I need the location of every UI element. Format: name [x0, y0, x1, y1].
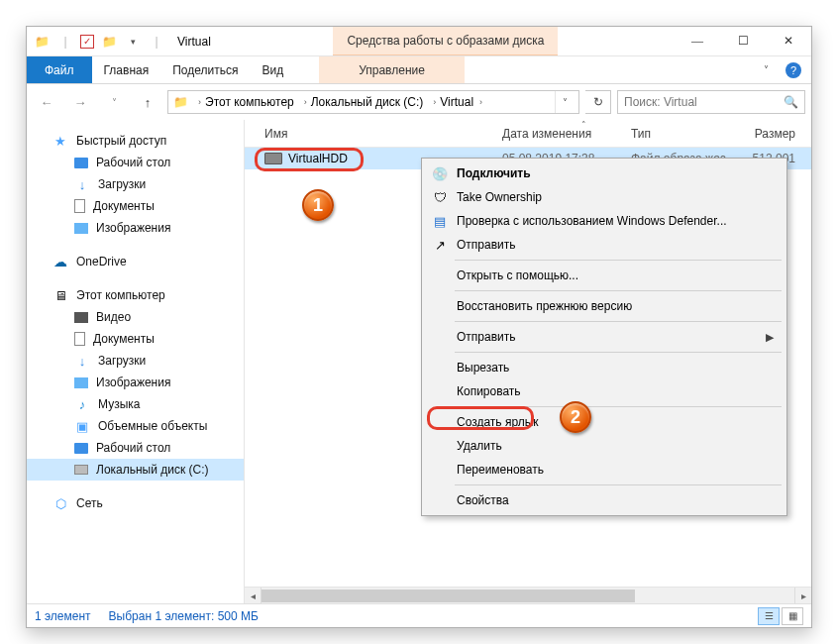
downloads-icon: [74, 353, 90, 369]
horizontal-scrollbar[interactable]: ◂ ▸: [245, 587, 811, 603]
sidebar-downloads2[interactable]: Загрузки: [27, 350, 244, 372]
ctx-mount[interactable]: 💿Подключить: [425, 161, 784, 185]
sidebar-pictures[interactable]: Изображения: [27, 217, 244, 239]
ctx-label: Вырезать: [457, 361, 509, 375]
chevron-right-icon: ▶: [766, 331, 774, 344]
video-icon: [74, 312, 88, 323]
scroll-left-icon[interactable]: ◂: [245, 588, 262, 603]
search-icon: 🔍: [784, 95, 798, 109]
disk-icon: [74, 465, 88, 475]
breadcrumb-folder[interactable]: Virtual: [440, 95, 473, 109]
pictures-icon: [74, 223, 88, 234]
sidebar-this-pc[interactable]: Этот компьютер: [27, 284, 244, 306]
ctx-shortcut[interactable]: Создать ярлык: [425, 410, 784, 434]
sidebar-item-label: Загрузки: [98, 177, 146, 191]
sidebar-item-label: Сеть: [76, 496, 103, 510]
col-name[interactable]: Имя: [264, 127, 502, 141]
ctx-rename[interactable]: Переименовать: [425, 458, 784, 482]
sidebar-local-disk[interactable]: Локальный диск (C:): [27, 459, 244, 481]
status-count: 1 элемент: [35, 609, 91, 623]
maximize-button[interactable]: ☐: [720, 27, 766, 55]
ctx-defender[interactable]: ▤Проверка с использованием Windows Defen…: [425, 209, 784, 233]
ctx-delete[interactable]: Удалить: [425, 434, 784, 458]
qat-folder-icon[interactable]: [100, 33, 118, 51]
sidebar-onedrive[interactable]: OneDrive: [27, 251, 244, 272]
contextual-tab-label: Средства работы с образами диска: [333, 27, 558, 55]
sidebar-documents2[interactable]: Документы: [27, 328, 244, 350]
onedrive-icon: [52, 254, 68, 269]
sidebar-item-label: Музыка: [98, 397, 140, 411]
window-title: Virtual: [177, 35, 211, 49]
col-size[interactable]: Размер: [750, 127, 811, 141]
search-input[interactable]: Поиск: Virtual 🔍: [617, 90, 805, 114]
ctx-send-to[interactable]: Отправить▶: [425, 325, 784, 349]
folder-icon: [33, 33, 51, 51]
downloads-icon: [74, 176, 90, 192]
ctx-take-ownership[interactable]: 🛡Take Ownership: [425, 185, 784, 209]
help-button[interactable]: ?: [776, 56, 811, 83]
sidebar-item-label: Этот компьютер: [76, 288, 165, 302]
ctx-cut[interactable]: Вырезать: [425, 356, 784, 379]
desktop-icon: [74, 443, 88, 454]
pictures-icon: [74, 377, 88, 388]
sidebar-downloads[interactable]: Загрузки: [27, 173, 244, 195]
breadcrumb-drive[interactable]: Локальный диск (C:): [311, 95, 424, 109]
sidebar-item-label: Рабочий стол: [96, 156, 170, 169]
tab-manage[interactable]: Управление: [319, 56, 465, 83]
sidebar-item-label: Видео: [96, 310, 131, 324]
nav-back-button[interactable]: ←: [33, 89, 60, 115]
sidebar-item-label: Документы: [93, 199, 155, 213]
nav-up-button[interactable]: ↑: [134, 89, 161, 115]
sidebar-network[interactable]: Сеть: [27, 492, 244, 514]
qat-divider: |: [148, 33, 165, 51]
desktop-icon: [74, 158, 88, 168]
address-bar-row: ← → ˅ ↑ ›Этот компьютер ›Локальный диск …: [27, 84, 811, 120]
sidebar-pictures2[interactable]: Изображения: [27, 372, 244, 393]
refresh-button[interactable]: ↻: [585, 90, 611, 114]
tab-file[interactable]: Файл: [27, 56, 92, 83]
scroll-right-icon[interactable]: ▸: [794, 588, 811, 603]
sidebar-3d-objects[interactable]: Объемные объекты: [27, 415, 244, 437]
scroll-thumb[interactable]: [262, 590, 635, 602]
ctx-properties[interactable]: Свойства: [425, 488, 784, 512]
nav-forward-button: →: [66, 89, 94, 115]
tab-view[interactable]: Вид: [250, 56, 295, 83]
nav-recent-button[interactable]: ˅: [100, 89, 128, 115]
ribbon-expand-icon[interactable]: ˅: [756, 56, 776, 83]
minimize-button[interactable]: —: [675, 27, 720, 55]
sidebar-documents[interactable]: Документы: [27, 195, 244, 217]
sidebar-videos[interactable]: Видео: [27, 306, 244, 328]
share-icon: ↗: [431, 236, 449, 254]
mount-icon: 💿: [431, 164, 449, 182]
sidebar-item-label: Документы: [93, 332, 155, 346]
col-type[interactable]: Тип: [631, 127, 750, 141]
quick-access-toolbar: | ✓ ▾ | Virtual: [27, 27, 217, 55]
view-details-button[interactable]: ☰: [758, 607, 780, 625]
sidebar-desktop[interactable]: Рабочий стол: [27, 152, 244, 173]
sidebar-music[interactable]: Музыка: [27, 393, 244, 415]
ctx-label: Свойства: [457, 493, 509, 507]
tab-home[interactable]: Главная: [92, 56, 161, 83]
close-button[interactable]: ✕: [766, 27, 811, 55]
sidebar-item-label: Изображения: [96, 221, 170, 235]
sidebar-desktop2[interactable]: Рабочий стол: [27, 437, 244, 459]
ctx-open-with[interactable]: Открыть с помощью...: [425, 264, 784, 287]
address-bar[interactable]: ›Этот компьютер ›Локальный диск (C:) ›Vi…: [167, 90, 579, 114]
address-dropdown[interactable]: ˅: [555, 91, 575, 113]
ctx-restore[interactable]: Восстановить прежнюю версию: [425, 294, 784, 318]
col-date[interactable]: Дата изменения: [502, 127, 631, 141]
qat-select-checkbox[interactable]: ✓: [80, 35, 94, 49]
breadcrumb-root[interactable]: Этот компьютер: [205, 95, 294, 109]
sidebar-item-label: Объемные объекты: [98, 419, 207, 433]
breadcrumb-root-icon: [172, 94, 188, 110]
ctx-label: Проверка с использованием Windows Defend…: [457, 214, 727, 228]
ctx-copy[interactable]: Копировать: [425, 379, 784, 403]
ctx-share[interactable]: ↗Отправить: [425, 233, 784, 257]
view-icons-button[interactable]: ▦: [782, 607, 803, 625]
sidebar-quick-access[interactable]: Быстрый доступ: [27, 130, 244, 152]
context-menu: 💿Подключить 🛡Take Ownership ▤Проверка с …: [421, 158, 787, 516]
qat-dropdown[interactable]: ▾: [124, 33, 142, 51]
ctx-label: Копировать: [457, 384, 521, 398]
help-icon: ?: [785, 62, 801, 78]
tab-share[interactable]: Поделиться: [160, 56, 250, 83]
